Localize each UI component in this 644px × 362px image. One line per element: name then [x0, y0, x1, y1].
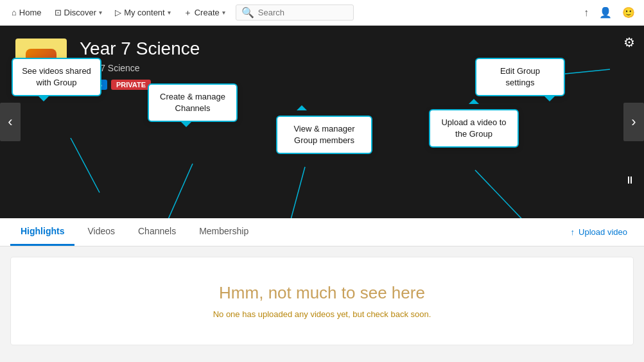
callout-channels-text: Create & manage Channels: [160, 92, 225, 113]
emoji-icon[interactable]: 🙂: [620, 4, 638, 21]
svg-line-2: [283, 167, 305, 218]
tab-channels-label: Channels: [138, 226, 176, 236]
carousel-next-button[interactable]: ›: [623, 103, 644, 141]
upload-video-button[interactable]: ↑ Upload video: [564, 223, 634, 241]
search-input[interactable]: [258, 8, 348, 17]
nav-discover[interactable]: ⊡ Discover ▾: [49, 5, 108, 20]
callout-upload: Upload a video to the Group: [429, 109, 519, 148]
callout-videos: See videos shared with Group: [12, 58, 101, 96]
discover-icon: ⊡: [55, 8, 62, 17]
tab-membership[interactable]: Membership: [189, 218, 259, 246]
callout-channels: Create & manage Channels: [148, 83, 238, 122]
tab-videos[interactable]: Videos: [77, 218, 125, 246]
nav-discover-label: Discover: [64, 8, 97, 17]
home-icon: ⌂: [12, 8, 17, 17]
empty-state-title: Hmm, not much to see here: [24, 283, 620, 303]
carousel-prev-button[interactable]: ‹: [0, 103, 21, 141]
upload-icon: ↑: [571, 227, 575, 237]
tab-membership-label: Membership: [199, 226, 248, 236]
search-box[interactable]: 🔍: [236, 4, 354, 21]
nav-home-label: Home: [19, 8, 42, 17]
discover-chevron: ▾: [99, 9, 102, 16]
nav-right-icons: ↑ 👤 🙂: [581, 4, 638, 21]
svg-line-1: [157, 164, 193, 218]
tab-channels[interactable]: Channels: [128, 218, 186, 246]
callout-members-text: View & manager Group members: [293, 124, 354, 145]
nav-my-content[interactable]: ▷ My content ▾: [110, 5, 176, 20]
search-icon: 🔍: [241, 6, 254, 19]
nav-create[interactable]: ＋ Create ▾: [178, 4, 231, 21]
svg-line-3: [475, 170, 546, 218]
tabs-bar: Highlights Videos Channels Membership ↑ …: [0, 218, 644, 246]
gear-button[interactable]: ⚙: [623, 35, 635, 50]
my-content-chevron: ▾: [168, 9, 171, 16]
callout-videos-text: See videos shared with Group: [22, 66, 91, 87]
group-title: Year 7 Science: [80, 39, 200, 59]
nav-my-content-label: My content: [124, 8, 165, 17]
tab-videos-label: Videos: [87, 226, 115, 236]
callout-settings-text: Edit Group settings: [500, 66, 540, 87]
create-icon: ＋: [184, 7, 192, 19]
badge-private: PRIVATE: [111, 80, 151, 90]
svg-line-0: [71, 138, 100, 193]
tab-highlights[interactable]: Highlights: [10, 218, 74, 246]
tab-highlights-label: Highlights: [21, 226, 64, 236]
nav-home[interactable]: ⌂ Home: [6, 5, 47, 20]
upload-video-label: Upload video: [579, 227, 627, 237]
top-navigation: ⌂ Home ⊡ Discover ▾ ▷ My content ▾ ＋ Cre…: [0, 0, 644, 26]
main-content-area: Hmm, not much to see here No one has upl…: [10, 257, 634, 345]
callout-members: View & manager Group members: [276, 116, 372, 154]
nav-create-label: Create: [195, 8, 220, 17]
pause-button[interactable]: ⏸: [625, 175, 635, 186]
profile-icon[interactable]: 👤: [596, 4, 614, 21]
callout-upload-text: Upload a video to the Group: [441, 117, 506, 139]
notifications-icon[interactable]: ↑: [581, 4, 591, 21]
callout-settings: Edit Group settings: [475, 58, 565, 96]
hero-section: Year 7 Science Year 7 Science O365 PRIVA…: [0, 26, 644, 218]
create-chevron: ▾: [222, 9, 225, 16]
empty-state-subtitle: No one has uploaded any videos yet, but …: [24, 309, 620, 319]
my-content-icon: ▷: [115, 8, 121, 17]
